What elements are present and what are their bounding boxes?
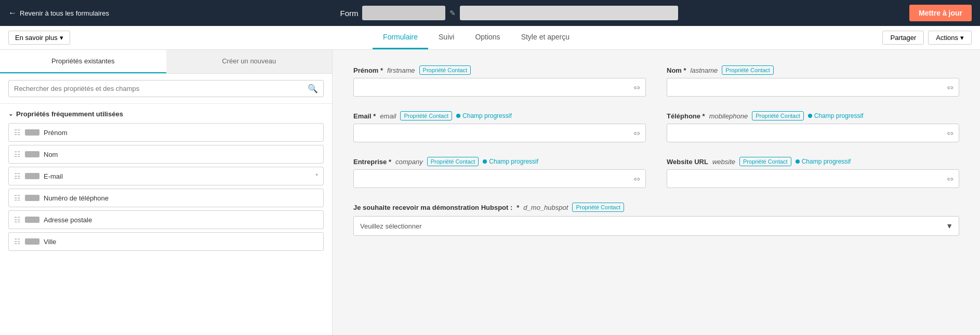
- mettre-a-jour-button[interactable]: Mettre à jour: [909, 5, 972, 21]
- form-row-3: Entreprise * company Propriété Contact C…: [353, 157, 959, 188]
- resize-icon: ⇔: [947, 174, 953, 184]
- form-name-input[interactable]: [362, 6, 445, 20]
- prenom-badge: Propriété Contact: [419, 65, 471, 75]
- form-field-email: Email * email Propriété Contact Champ pr…: [353, 111, 646, 142]
- form-area: Prénom * firstname Propriété Contact ⇔ N…: [333, 50, 980, 335]
- form-row-2: Email * email Propriété Contact Champ pr…: [353, 111, 959, 142]
- progressif-dot: [796, 159, 800, 164]
- tab-suivi[interactable]: Suivi: [428, 26, 465, 49]
- prenom-label: Prénom *: [353, 66, 383, 74]
- search-icon[interactable]: 🔍: [308, 84, 318, 93]
- drag-handle-icon: ☷: [14, 128, 21, 137]
- tab-style-apercu[interactable]: Style et aperçu: [511, 26, 580, 49]
- actions-chevron-icon: ▾: [960, 34, 964, 42]
- email-label: Email *: [353, 112, 376, 120]
- form-field-entreprise: Entreprise * company Propriété Contact C…: [353, 157, 646, 188]
- top-nav: ← Revenir à tous les formulaires Form ✎ …: [0, 0, 980, 26]
- prenom-label-italic: firstname: [387, 66, 415, 74]
- tab-formulaire[interactable]: Formulaire: [373, 26, 428, 49]
- email-label-italic: email: [380, 112, 396, 120]
- entreprise-label-italic: company: [395, 158, 423, 166]
- back-arrow-icon: ←: [8, 8, 17, 18]
- drag-handle-icon: ☷: [14, 172, 21, 180]
- prop-icon: [25, 238, 39, 245]
- entreprise-label: Entreprise *: [353, 158, 391, 166]
- form-field-telephone: Téléphone * mobilephone Propriété Contac…: [667, 111, 959, 142]
- back-link[interactable]: ← Revenir à tous les formulaires: [8, 8, 109, 18]
- demo-required: *: [517, 204, 519, 211]
- website-badge: Propriété Contact: [739, 157, 791, 166]
- main-layout: Propriétés existantes Créer un nouveau 🔍…: [0, 50, 980, 335]
- entreprise-badge: Propriété Contact: [427, 157, 479, 166]
- sidebar-tabs: Propriétés existantes Créer un nouveau: [0, 50, 332, 74]
- drag-handle-icon: ☷: [14, 216, 21, 224]
- demo-select[interactable]: Veuillez sélectionner: [353, 216, 959, 236]
- entreprise-progressif: Champ progressif: [483, 158, 538, 165]
- nom-label: Nom *: [667, 66, 686, 74]
- form-label: Form: [340, 9, 358, 18]
- resize-icon: ⇔: [633, 128, 640, 138]
- email-badge: Propriété Contact: [400, 111, 452, 120]
- form-description-input[interactable]: [460, 6, 678, 20]
- sidebar: Propriétés existantes Créer un nouveau 🔍…: [0, 50, 333, 335]
- entreprise-input[interactable]: ⇔: [353, 169, 646, 188]
- telephone-label: Téléphone *: [667, 112, 705, 120]
- sub-nav-actions: Partager Actions ▾: [882, 31, 972, 45]
- actions-label: Actions: [936, 34, 958, 42]
- sidebar-scroll: ⌄ Propriétés fréquemment utilisées ☷ Pré…: [0, 104, 332, 335]
- tab-options[interactable]: Options: [465, 26, 510, 49]
- resize-icon: ⇔: [947, 83, 953, 92]
- search-input[interactable]: [14, 85, 308, 92]
- resize-icon: ⇔: [633, 174, 640, 184]
- partager-button[interactable]: Partager: [882, 31, 924, 45]
- telephone-label-italic: mobilephone: [709, 112, 748, 120]
- nom-input[interactable]: ⇔: [667, 78, 959, 97]
- drag-handle-icon: ☷: [14, 237, 21, 246]
- sub-nav-tabs: Formulaire Suivi Options Style et aperçu: [70, 26, 883, 49]
- nom-badge: Propriété Contact: [722, 65, 774, 75]
- prop-icon: [25, 173, 39, 179]
- demo-select-wrapper: Veuillez sélectionner ▼: [353, 216, 959, 236]
- prop-icon: [25, 217, 39, 223]
- search-area: 🔍: [0, 74, 332, 104]
- progressif-dot: [483, 159, 487, 164]
- sidebar-tab-existing[interactable]: Propriétés existantes: [0, 50, 166, 73]
- email-input[interactable]: ⇔: [353, 124, 646, 142]
- list-item[interactable]: ☷ Numéro de téléphone: [8, 189, 324, 207]
- telephone-input[interactable]: ⇔: [667, 124, 959, 142]
- form-title-area: Form ✎: [117, 6, 901, 20]
- demo-label: Je souhaite recevoir ma démonstration Hu…: [353, 204, 512, 211]
- drag-handle-icon: ☷: [14, 194, 21, 202]
- form-field-prenom: Prénom * firstname Propriété Contact ⇔: [353, 65, 646, 97]
- progressif-dot: [456, 114, 460, 118]
- props-section-title[interactable]: ⌄ Propriétés fréquemment utilisées: [8, 110, 324, 118]
- demo-label-italic: d_mo_hubspot: [523, 204, 568, 211]
- list-item[interactable]: ☷ E-mail *: [8, 167, 324, 185]
- resize-icon: ⇔: [633, 83, 640, 92]
- list-item[interactable]: ☷ Ville: [8, 232, 324, 251]
- telephone-badge: Propriété Contact: [752, 111, 804, 120]
- section-chevron-icon: ⌄: [8, 111, 13, 117]
- list-item[interactable]: ☷ Prénom: [8, 123, 324, 142]
- list-item[interactable]: ☷ Adresse postale: [8, 210, 324, 229]
- list-item[interactable]: ☷ Nom: [8, 145, 324, 164]
- drag-handle-icon: ☷: [14, 150, 21, 158]
- actions-button[interactable]: Actions ▾: [928, 31, 972, 45]
- resize-icon: ⇔: [947, 128, 953, 138]
- website-label: Website URL: [667, 158, 708, 166]
- website-input[interactable]: ⇔: [667, 169, 959, 188]
- form-row-1: Prénom * firstname Propriété Contact ⇔ N…: [353, 65, 959, 97]
- en-savoir-plus-label: En savoir plus: [15, 34, 58, 42]
- edit-icon[interactable]: ✎: [449, 9, 456, 17]
- website-label-italic: website: [712, 158, 735, 166]
- prop-icon: [25, 129, 39, 136]
- prenom-input[interactable]: ⇔: [353, 78, 646, 97]
- en-savoir-plus-button[interactable]: En savoir plus ▾: [8, 31, 70, 45]
- website-progressif: Champ progressif: [796, 158, 851, 165]
- form-field-website: Website URL website Propriété Contact Ch…: [667, 157, 959, 188]
- props-section: ⌄ Propriétés fréquemment utilisées ☷ Pré…: [0, 104, 332, 260]
- form-field-demo: Je souhaite recevoir ma démonstration Hu…: [353, 203, 959, 236]
- form-field-nom: Nom * lastname Propriété Contact ⇔: [667, 65, 959, 97]
- sidebar-tab-create[interactable]: Créer un nouveau: [166, 50, 333, 73]
- progressif-dot: [808, 114, 812, 118]
